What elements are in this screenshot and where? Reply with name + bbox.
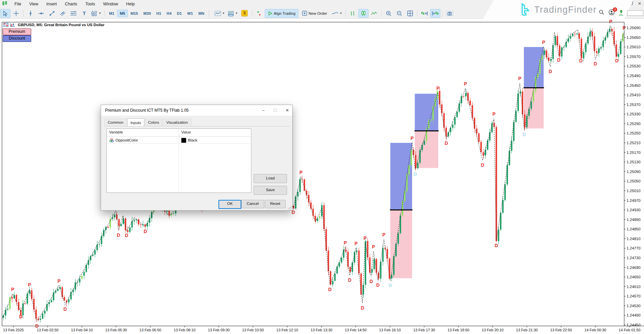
depth-of-market-button[interactable]: ▼ bbox=[331, 9, 343, 18]
profile-icon[interactable]: 1 bbox=[608, 9, 615, 17]
pivot-label-d: D bbox=[376, 282, 380, 288]
timeframe-h4-button[interactable]: H4 bbox=[164, 10, 174, 17]
pivot-label-d: D bbox=[557, 57, 560, 63]
currency-button[interactable]: $ bbox=[240, 9, 250, 18]
chevron-down-icon: ▼ bbox=[340, 12, 342, 15]
tab-inputs[interactable]: Inputs bbox=[127, 118, 144, 126]
candlestick-mode-button[interactable] bbox=[358, 9, 368, 18]
shapes-tool-button[interactable]: ▼ bbox=[90, 9, 102, 18]
time-axis-label: 13 Feb 02:50 bbox=[37, 328, 59, 332]
save-button[interactable]: Save bbox=[254, 186, 287, 195]
dialog-titlebar[interactable]: Premium and Discount ICT MT5 By TFlab 1.… bbox=[101, 105, 292, 116]
zoom-in-button[interactable] bbox=[384, 9, 394, 18]
dialog-close-button[interactable]: ✕ bbox=[286, 108, 289, 113]
tile-windows-button[interactable] bbox=[405, 9, 415, 18]
horizontal-line-tool-button[interactable] bbox=[36, 9, 46, 18]
fibonacci-tool-button[interactable] bbox=[68, 9, 79, 18]
pivot-label-d: D bbox=[413, 171, 417, 177]
search-icon[interactable] bbox=[599, 9, 604, 16]
trendline-tool-button[interactable] bbox=[47, 9, 57, 18]
menu-item-help[interactable]: Help bbox=[122, 1, 139, 7]
quotes-grid-icon[interactable] bbox=[3, 23, 8, 27]
variable-value[interactable]: Black bbox=[188, 138, 197, 142]
price-chart[interactable]: PDPDPDPDDDDPDPDPDPDPDPDPDPDPDPDPDPDDDDPD… bbox=[0, 18, 644, 334]
pivot-label-d: D bbox=[481, 162, 484, 168]
chart-shortcut-icon[interactable] bbox=[10, 23, 15, 27]
play-icon bbox=[268, 11, 273, 16]
tab-common[interactable]: Common bbox=[104, 119, 127, 126]
price-axis-label: 1.25690 bbox=[627, 26, 641, 30]
price-axis-label: 1.24850 bbox=[627, 227, 641, 231]
timeframe-m15-button[interactable]: M15 bbox=[128, 10, 141, 17]
pivot-label-p: P bbox=[28, 282, 31, 287]
chart-type-line-button[interactable]: ▼ bbox=[213, 9, 226, 18]
time-axis-label: 13 Feb 2025 bbox=[3, 328, 24, 332]
menu-item-view[interactable]: View bbox=[25, 1, 42, 7]
row-divider bbox=[107, 144, 251, 144]
time-axis-label: 13 Feb 13:30 bbox=[311, 328, 333, 332]
time-axis-label: 13 Feb 18:50 bbox=[448, 328, 469, 332]
bar-chart-mode-button[interactable] bbox=[348, 9, 358, 18]
menu-item-window[interactable]: Window bbox=[99, 1, 122, 7]
channel-tool-button[interactable] bbox=[58, 9, 68, 18]
premium-zone-button[interactable]: Premium bbox=[3, 29, 31, 35]
cancel-button[interactable]: Cancel bbox=[241, 200, 264, 208]
timeframe-m5-button[interactable]: M5 bbox=[117, 10, 128, 17]
reset-button[interactable]: Reset bbox=[265, 200, 286, 208]
notification-badge: 1 bbox=[613, 7, 617, 12]
price-axis-label: 1.24770 bbox=[627, 246, 641, 250]
color-swatch[interactable] bbox=[181, 138, 186, 143]
discount-zone-button[interactable]: Discount bbox=[3, 35, 31, 42]
new-order-button[interactable]: New Order bbox=[299, 9, 330, 18]
menu-item-insert[interactable]: Insert bbox=[42, 1, 61, 7]
line-chart-mode-button[interactable] bbox=[369, 9, 379, 18]
pivot-label-d: D bbox=[117, 232, 120, 238]
inputs-table[interactable]: Variable Value OppositColor Black bbox=[106, 128, 251, 193]
indicator-properties-dialog[interactable]: Premium and Discount ICT MT5 By TFlab 1.… bbox=[101, 105, 293, 211]
load-button[interactable]: Load bbox=[254, 174, 287, 183]
pivot-label-d: D bbox=[361, 305, 364, 311]
dialog-resize-grip[interactable] bbox=[288, 206, 292, 210]
price-axis-label: 1.25090 bbox=[627, 170, 641, 174]
pivot-label-d: D bbox=[549, 69, 552, 74]
timeframe-d1-button[interactable]: D1 bbox=[174, 10, 185, 17]
algo-trading-button[interactable]: Algo Trading bbox=[265, 9, 299, 18]
price-axis-label: 1.24730 bbox=[627, 256, 641, 260]
tab-divider bbox=[104, 126, 290, 126]
time-axis-label: 14 Feb 00:30 bbox=[585, 328, 606, 332]
tab-colors[interactable]: Colors bbox=[145, 119, 162, 126]
screenshot-button[interactable] bbox=[445, 9, 455, 18]
level-indicator[interactable]: LVL bbox=[619, 10, 623, 16]
dialog-maximize-button[interactable]: ☐ bbox=[273, 108, 277, 113]
tab-visualization[interactable]: Visualization bbox=[163, 119, 191, 126]
menu-item-charts[interactable]: Charts bbox=[61, 1, 81, 7]
dialog-minimize-button[interactable]: – bbox=[262, 108, 264, 113]
zoom-out-button[interactable] bbox=[394, 9, 404, 18]
text-tool-button[interactable]: T bbox=[79, 9, 89, 18]
buy-sell-arrows-icon[interactable] bbox=[254, 9, 264, 18]
indicators-button[interactable]: ▼ bbox=[227, 9, 239, 18]
timeframe-m1-button[interactable]: M1 bbox=[106, 10, 117, 17]
shift-chart-right-button[interactable] bbox=[419, 9, 430, 18]
variable-name[interactable]: OppositColor bbox=[115, 138, 138, 142]
cursor-tool-button[interactable] bbox=[0, 9, 10, 18]
ok-button[interactable]: OK bbox=[218, 200, 241, 209]
time-axis-label: 14 Feb 01:50 bbox=[619, 328, 641, 332]
timeframe-m30-button[interactable]: M30 bbox=[141, 10, 153, 17]
menu-item-file[interactable]: File bbox=[10, 1, 25, 7]
time-axis-label: 13 Feb 12:10 bbox=[277, 328, 298, 332]
timeframe-mn-button[interactable]: MN bbox=[196, 10, 207, 17]
pivot-label-p: P bbox=[464, 81, 467, 87]
timeframe-w1-button[interactable]: W1 bbox=[185, 10, 196, 17]
price-axis-label: 1.25010 bbox=[627, 189, 641, 193]
pivot-label-p: P bbox=[410, 135, 413, 141]
menu-item-tools[interactable]: Tools bbox=[81, 1, 99, 7]
timeframe-h1-button[interactable]: H1 bbox=[154, 10, 164, 17]
window-close-button[interactable]: ✕ bbox=[637, 1, 643, 7]
price-axis-label: 1.25370 bbox=[627, 103, 641, 107]
shift-chart-left-button[interactable] bbox=[430, 9, 440, 18]
pivot-label-d: D bbox=[328, 287, 332, 292]
dialog-tabs: CommonInputsColorsVisualization bbox=[104, 118, 192, 126]
crosshair-tool-button[interactable] bbox=[11, 9, 21, 18]
vertical-line-tool-button[interactable] bbox=[26, 9, 36, 18]
